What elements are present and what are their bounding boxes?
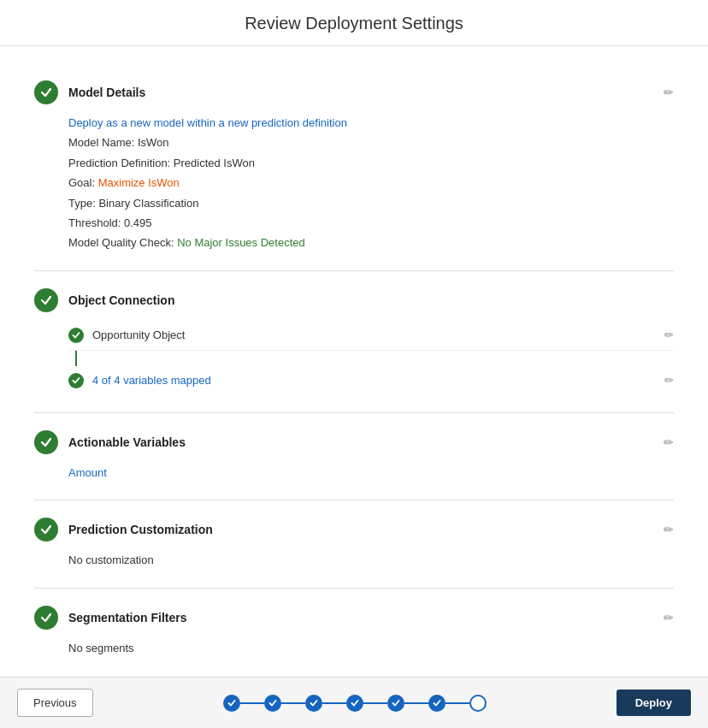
variables-mapped-label: 4 of 4 variables mapped xyxy=(92,374,664,387)
prediction-customization-header: Prediction Customization ✏ xyxy=(34,518,674,542)
page-header: Review Deployment Settings xyxy=(0,0,708,46)
opportunity-object-item: Opportunity Object ✏ xyxy=(68,321,674,351)
no-segments-label: No segments xyxy=(68,642,134,654)
opportunity-object-check xyxy=(68,328,84,343)
model-deploy-line: Deploy as a new model within a new predi… xyxy=(68,113,674,133)
main-content: Model Details ✏ Deploy as a new model wi… xyxy=(0,46,708,677)
model-name-line: Model Name: IsWon xyxy=(68,133,674,152)
actionable-variables-body: Amount xyxy=(34,463,674,482)
segmentation-filters-title: Segmentation Filters xyxy=(68,611,674,624)
model-threshold-line: Threshold: 0.495 xyxy=(68,213,674,233)
step-line-3 xyxy=(322,702,346,704)
object-connection-header: Object Connection xyxy=(34,288,674,312)
actionable-variables-title: Actionable Variables xyxy=(68,435,674,449)
model-details-edit-icon[interactable]: ✏ xyxy=(664,86,674,99)
prediction-customization-section: Prediction Customization ✏ No customizat… xyxy=(34,500,674,588)
prediction-customization-edit-icon[interactable]: ✏ xyxy=(664,523,674,536)
variables-mapped-check xyxy=(68,373,84,388)
prediction-customization-title: Prediction Customization xyxy=(68,523,674,536)
footer: Previous Deploy xyxy=(0,677,708,728)
model-details-section: Model Details ✏ Deploy as a new model wi… xyxy=(34,63,674,271)
step-3 xyxy=(305,695,322,712)
segmentation-filters-check xyxy=(34,606,58,630)
no-customization-label: No customization xyxy=(68,553,154,566)
model-type-line: Type: Binary Classification xyxy=(68,193,674,213)
deploy-button[interactable]: Deploy xyxy=(617,690,691,716)
progress-steps xyxy=(223,695,487,712)
opportunity-object-edit-icon[interactable]: ✏ xyxy=(664,328,674,341)
step-line-5 xyxy=(404,702,428,704)
object-connection-section: Object Connection Opportunity Object ✏ 4… xyxy=(34,271,674,413)
segmentation-filters-header: Segmentation Filters ✏ xyxy=(34,606,674,630)
step-4 xyxy=(346,695,363,712)
segmentation-filters-section: Segmentation Filters ✏ No segments xyxy=(34,589,674,675)
step-line-2 xyxy=(281,702,305,704)
connector-bar xyxy=(75,351,77,366)
previous-button[interactable]: Previous xyxy=(17,689,93,717)
page-title: Review Deployment Settings xyxy=(245,14,463,33)
actionable-variables-section: Actionable Variables ✏ Amount xyxy=(34,413,674,500)
model-details-header: Model Details ✏ xyxy=(34,80,674,104)
object-connection-title: Object Connection xyxy=(68,293,674,307)
actionable-variables-header: Actionable Variables ✏ xyxy=(34,430,674,454)
model-pred-def-line: Prediction Definition: Predicted IsWon xyxy=(68,153,674,173)
step-1 xyxy=(223,695,240,712)
step-5 xyxy=(387,695,404,712)
model-quality-line: Model Quality Check: No Major Issues Det… xyxy=(68,233,674,252)
step-line-6 xyxy=(445,702,469,704)
actionable-variables-edit-icon[interactable]: ✏ xyxy=(664,435,674,449)
prediction-customization-check xyxy=(34,518,58,542)
step-2 xyxy=(264,695,281,712)
model-goal-line: Goal: Maximize IsWon xyxy=(68,173,674,192)
model-details-title: Model Details xyxy=(68,86,674,99)
model-details-body: Deploy as a new model within a new predi… xyxy=(34,113,674,253)
prediction-customization-body: No customization xyxy=(34,550,674,570)
step-6 xyxy=(428,695,445,712)
actionable-variables-check xyxy=(34,430,58,454)
model-details-check xyxy=(34,80,58,104)
object-connection-check xyxy=(34,288,58,312)
amount-label: Amount xyxy=(68,466,107,479)
segmentation-filters-edit-icon[interactable]: ✏ xyxy=(664,611,674,624)
connector-line xyxy=(68,351,674,366)
segmentation-filters-body: No segments xyxy=(34,638,674,658)
step-line-1 xyxy=(240,702,264,704)
variables-mapped-item: 4 of 4 variables mapped ✏ xyxy=(68,366,674,395)
step-7 xyxy=(469,695,487,712)
variables-mapped-edit-icon[interactable]: ✏ xyxy=(664,374,674,387)
step-line-4 xyxy=(363,702,387,704)
object-connection-body: Opportunity Object ✏ 4 of 4 variables ma… xyxy=(34,321,674,395)
opportunity-object-label: Opportunity Object xyxy=(92,328,664,341)
